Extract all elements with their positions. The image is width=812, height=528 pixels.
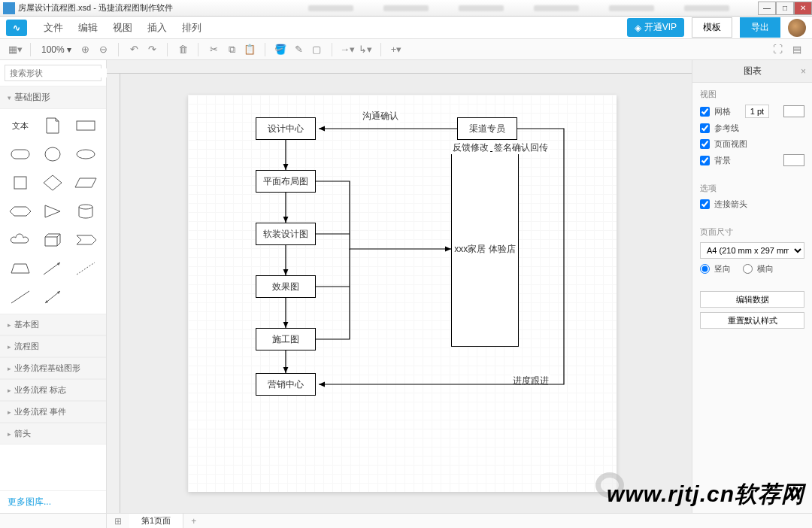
shape-diamond[interactable] [39, 172, 68, 193]
edge-label: 签名确认回传 [492, 141, 550, 154]
vip-button[interactable]: ◈开通VIP [627, 18, 684, 37]
properties-panel: 图表 × 视图 网格 参考线 页面视图 背景 选项 连接箭头 页面尺寸 A4 (… [692, 60, 812, 513]
grid-checkbox[interactable] [700, 107, 710, 117]
reset-style-button[interactable]: 重置默认样式 [700, 312, 804, 329]
category-item[interactable]: 箭头 [0, 423, 106, 445]
fill-icon[interactable]: 🪣 [273, 42, 288, 57]
connector-label: 连接箭头 [714, 199, 747, 210]
node-design-center[interactable]: 设计中心 [256, 117, 316, 140]
shape-text[interactable]: 文本 [6, 115, 35, 136]
shape-cloud[interactable] [6, 229, 35, 250]
bg-color[interactable] [783, 154, 804, 166]
panel-title: 图表 [744, 65, 762, 77]
paste-icon[interactable]: 📋 [242, 42, 257, 57]
category-item[interactable]: 业务流程 事件 [0, 401, 106, 423]
shape-rect[interactable] [71, 115, 100, 136]
edit-data-button[interactable]: 编辑数据 [700, 291, 804, 308]
cut-icon[interactable]: ✂ [206, 42, 221, 57]
panel-close-icon[interactable]: × [801, 66, 806, 77]
user-avatar[interactable] [788, 19, 806, 37]
more-libraries[interactable]: 更多图库... [0, 490, 106, 513]
line-color-icon[interactable]: ✎ [291, 42, 306, 57]
delete-icon[interactable]: 🗑 [175, 42, 190, 57]
bg-label: 背景 [714, 155, 731, 166]
menu-insert[interactable]: 插入 [140, 21, 174, 35]
grid-color[interactable] [783, 105, 804, 117]
bg-tab [383, 5, 429, 11]
shape-square[interactable] [6, 172, 35, 193]
category-item[interactable]: 流程图 [0, 335, 106, 357]
zoom-out-icon[interactable]: ⊖ [95, 42, 111, 57]
svg-rect-4 [14, 177, 26, 189]
node-plan[interactable]: 平面布局图 [256, 170, 316, 193]
category-item[interactable]: 基本图 [0, 314, 106, 335]
shape-roundrect[interactable] [6, 144, 35, 165]
guide-checkbox[interactable] [700, 123, 710, 133]
template-button[interactable]: 模板 [692, 17, 732, 38]
shape-triangle[interactable] [39, 201, 68, 222]
waypoint-icon[interactable]: ↳▾ [358, 42, 373, 57]
orient-portrait[interactable] [700, 264, 710, 274]
toolbar: ▦▾ 100% ▾ ⊕ ⊖ ↶ ↷ 🗑 ✂ ⧉ 📋 🪣 ✎ ▢ →▾ ↳▾ +▾… [0, 39, 812, 60]
shape-line[interactable] [6, 287, 35, 308]
expand-icon[interactable]: ⛶ [770, 42, 785, 57]
window-titlebar: 房屋设计流程图.xsd - 迅捷流程图制作软件 — □ ✕ [0, 0, 812, 17]
search-input[interactable] [10, 68, 114, 77]
add-page-icon[interactable]: + [183, 516, 204, 526]
bg-checkbox[interactable] [700, 156, 710, 165]
zoom-level[interactable]: 100% ▾ [38, 44, 74, 55]
node-channel[interactable]: 渠道专员 [457, 117, 517, 140]
grid-size-input[interactable] [745, 105, 769, 118]
shape-ellipse[interactable] [39, 144, 68, 165]
maximize-button[interactable]: □ [776, 2, 794, 15]
ruler-horizontal [107, 60, 692, 74]
edge-label: 沟通确认 [361, 110, 400, 123]
menu-arrange[interactable]: 排列 [174, 21, 209, 35]
shadow-icon[interactable]: ▢ [309, 42, 324, 57]
zoom-in-icon[interactable]: ⊕ [77, 42, 92, 57]
minimize-button[interactable]: — [758, 2, 776, 15]
node-marketing[interactable]: 营销中心 [256, 373, 316, 396]
shape-arrow-line[interactable] [39, 258, 68, 279]
shape-trapezoid[interactable] [6, 258, 35, 279]
pageview-checkbox[interactable] [700, 139, 710, 149]
canvas[interactable]: 设计中心 平面布局图 软装设计图 效果图 施工图 营销中心 渠道专员 xxx家居… [120, 74, 692, 513]
shape-search[interactable]: 🔍 [5, 65, 102, 81]
menu-view[interactable]: 视图 [105, 21, 140, 35]
close-button[interactable]: ✕ [794, 2, 812, 15]
copy-icon[interactable]: ⧉ [224, 42, 239, 57]
connector-icon[interactable]: →▾ [340, 42, 355, 57]
node-store[interactable]: xxx家居 体验店 [451, 151, 519, 347]
page-layout-icon[interactable]: ▦▾ [8, 42, 23, 57]
category-item[interactable]: 业务流程基础图形 [0, 357, 106, 379]
shape-step[interactable] [71, 229, 100, 250]
connector-checkbox[interactable] [700, 199, 710, 209]
panel-toggle-icon[interactable]: ▤ [789, 42, 804, 57]
page-tab[interactable]: 第1页面 [129, 514, 183, 528]
shape-page[interactable] [39, 115, 68, 136]
shape-cube[interactable] [39, 229, 68, 250]
pagesize-select[interactable]: A4 (210 mm x 297 mm) [700, 242, 804, 259]
export-button[interactable]: 导出 [740, 17, 780, 38]
shape-cylinder[interactable] [71, 201, 100, 222]
node-construct[interactable]: 施工图 [256, 328, 316, 350]
shape-parallelogram[interactable] [71, 172, 100, 193]
redo-icon[interactable]: ↷ [144, 42, 159, 57]
shape-dashed-line[interactable] [71, 258, 100, 279]
add-icon[interactable]: +▾ [389, 42, 404, 57]
menu-file[interactable]: 文件 [36, 21, 71, 35]
menu-edit[interactable]: 编辑 [71, 21, 105, 35]
category-basic-shapes[interactable]: 基础图形 [0, 86, 106, 109]
category-item[interactable]: 业务流程 标志 [0, 379, 106, 401]
shapes-panel: 🔍 基础图形 文本 基本图 流程图 [0, 60, 107, 513]
node-render[interactable]: 效果图 [256, 275, 316, 298]
shape-double-arrow[interactable] [39, 287, 68, 308]
shape-hexagon[interactable] [6, 201, 35, 222]
node-soft[interactable]: 软装设计图 [256, 223, 316, 245]
undo-icon[interactable]: ↶ [126, 42, 141, 57]
page[interactable]: 设计中心 平面布局图 软装设计图 效果图 施工图 营销中心 渠道专员 xxx家居… [188, 95, 617, 492]
shape-oval[interactable] [71, 144, 100, 165]
prev-page-icon[interactable]: ⊞ [107, 516, 129, 526]
pageview-label: 页面视图 [714, 138, 747, 150]
orient-landscape[interactable] [743, 264, 753, 274]
